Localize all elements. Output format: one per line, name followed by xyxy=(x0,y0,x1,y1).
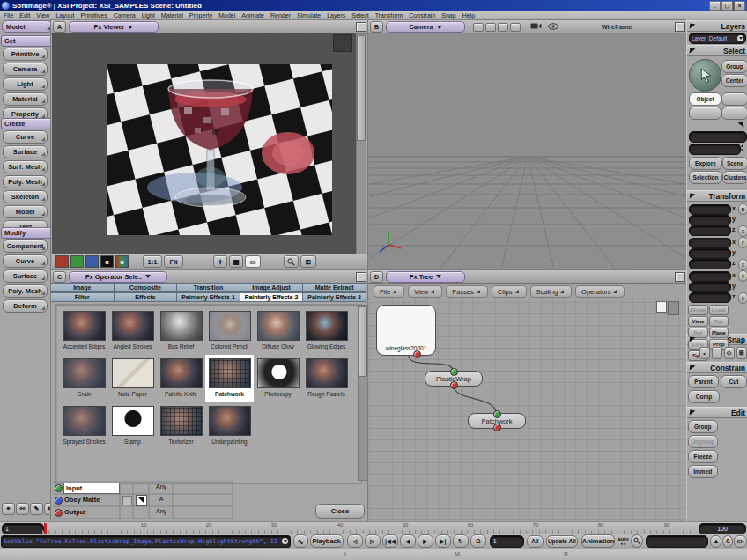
rotate-z-field[interactable] xyxy=(689,259,731,269)
constrain-comp-button[interactable]: Comp xyxy=(688,390,720,403)
filter-thumbnail[interactable]: Diffuse Glow xyxy=(254,307,302,355)
fx-tab[interactable]: Image Adjust xyxy=(240,283,304,292)
edit-button[interactable]: Ungroup xyxy=(688,435,718,448)
memo-cam-slot[interactable] xyxy=(498,23,508,32)
playback-button[interactable]: Playback xyxy=(310,534,344,548)
blue-channel-button[interactable] xyxy=(85,255,99,268)
filter-thumbnail[interactable]: Patchwork xyxy=(205,355,254,402)
node-input-port[interactable] xyxy=(450,368,458,376)
fit-button[interactable]: Fit xyxy=(164,255,183,268)
panel-d-maximize-icon[interactable] xyxy=(675,272,685,282)
toolbar-button[interactable]: Camera xyxy=(3,63,48,76)
menu-item[interactable]: Property xyxy=(189,12,212,18)
filter-thumbnail[interactable]: Texturizer xyxy=(157,402,205,450)
node-wineglass[interactable]: wineglass20001 xyxy=(376,305,436,356)
fx-tree-menu[interactable]: View xyxy=(408,285,442,298)
fx-tree-menu[interactable]: File xyxy=(374,285,404,298)
filter-thumbnail[interactable]: Glowing Edges xyxy=(302,307,351,355)
selection-text-field[interactable] xyxy=(689,131,747,143)
viewport-b-letter-button[interactable]: B xyxy=(370,21,383,33)
panel-d-letter-button[interactable]: D xyxy=(370,271,383,283)
pen-tool-icon[interactable]: ✎ xyxy=(30,503,43,515)
edit-button[interactable]: Group xyxy=(688,420,718,433)
toolbar-button[interactable]: Deform xyxy=(3,299,48,313)
object-button[interactable]: Object xyxy=(689,92,721,106)
viewport-b-maximize-icon[interactable] xyxy=(675,22,685,32)
transport-button[interactable]: Ω xyxy=(470,534,486,548)
memo-cam-slot[interactable] xyxy=(473,23,484,32)
filter-grid-vscrollbar-thumb[interactable] xyxy=(359,306,367,377)
panel-c-view-menu[interactable]: Fx Operator Sele.. xyxy=(69,271,167,283)
selection-filter-field[interactable] xyxy=(689,144,741,155)
grid-overlay-icon[interactable]: ▦ xyxy=(229,255,243,268)
node-output-port[interactable] xyxy=(493,424,501,431)
pan-view-icon[interactable]: ⊞ xyxy=(300,255,316,268)
display-mode-label[interactable]: Wireframe xyxy=(602,24,632,30)
input-field[interactable]: Input xyxy=(63,483,120,494)
menu-item[interactable]: Primitives xyxy=(80,12,107,18)
select-header[interactable]: Select xyxy=(687,45,747,56)
rotate-x-field[interactable] xyxy=(689,238,731,248)
menu-item[interactable]: View xyxy=(36,12,49,18)
transport-button[interactable]: ▶ xyxy=(418,534,433,548)
toolbar-button[interactable]: Curve xyxy=(3,130,48,144)
select-mode-slot[interactable] xyxy=(721,107,747,120)
viewport-a-view-menu[interactable]: Fx Viewer xyxy=(69,21,159,33)
auto-key-widget[interactable]: auto ◂ ▸ xyxy=(618,537,629,546)
green-channel-button[interactable] xyxy=(70,255,84,268)
transport-button[interactable]: ◀ xyxy=(400,534,416,548)
space-mode-button[interactable]: Plane xyxy=(709,328,729,338)
edit-header[interactable]: Edit xyxy=(687,407,747,418)
filter-thumbnail[interactable]: Palette Knife xyxy=(157,355,205,402)
grid-snap-icon[interactable]: ⊞ xyxy=(736,347,747,359)
toolbar-button[interactable]: Model xyxy=(3,205,48,218)
menu-item[interactable]: Transform xyxy=(375,12,403,18)
toolbar-button[interactable]: Primitive xyxy=(3,48,48,61)
fx-tab[interactable]: Painterly Effects 2 xyxy=(240,292,304,302)
zoom-1-1-button[interactable]: 1:1 xyxy=(143,255,162,268)
filter-thumbnail[interactable]: Colored Pencil xyxy=(205,307,254,355)
toolbar-button[interactable]: Curve xyxy=(3,254,48,268)
menu-item[interactable]: Camera xyxy=(114,12,136,18)
filter-thumbnail[interactable]: Underpainting xyxy=(205,402,254,450)
layers-header[interactable]: Layers xyxy=(687,20,747,32)
command-log-field[interactable]: SetValue "FxTree.FxTree.PlasticWrap_Imag… xyxy=(1,535,291,548)
menu-item[interactable]: Material xyxy=(161,12,183,18)
fx-tab[interactable]: Painterly Effects 1 xyxy=(177,292,240,302)
transport-button[interactable]: |◀◀ xyxy=(382,534,398,548)
filter-thumbnail[interactable]: Note Paper xyxy=(108,355,157,402)
animation-menu-button[interactable]: Animation xyxy=(581,534,615,548)
menu-item[interactable]: Edit xyxy=(19,12,30,18)
node-patchwork[interactable]: Patchwork xyxy=(468,413,526,429)
restore-button[interactable]: ❐ xyxy=(721,1,733,11)
viewport-a-letter-button[interactable]: A xyxy=(53,21,66,33)
select-mode-slot[interactable] xyxy=(689,107,721,120)
timeline-ruler[interactable]: 102030405060708090 xyxy=(42,522,696,534)
menu-item[interactable]: Render xyxy=(270,12,291,18)
filter-thumbnail[interactable]: Bas Relief xyxy=(157,307,205,355)
fx-tab[interactable]: Filter xyxy=(51,292,115,302)
select-mode-slot[interactable] xyxy=(721,92,747,106)
minimize-button[interactable]: _ xyxy=(709,1,721,11)
filter-thumbnail[interactable]: Sprayed Strokes xyxy=(60,402,108,450)
fx-tab[interactable]: Painterly Effects 3 xyxy=(303,292,366,302)
toolbar-button[interactable]: Component xyxy=(3,239,48,253)
center-button[interactable]: Center xyxy=(721,74,747,87)
selection-button[interactable]: Selection xyxy=(689,171,722,184)
graph-navigator[interactable] xyxy=(656,301,679,314)
camera-icon[interactable] xyxy=(530,22,542,32)
node-output-port[interactable] xyxy=(413,350,421,358)
transport-button[interactable]: ▷ xyxy=(365,534,381,548)
clusters-button[interactable]: Clusters xyxy=(722,171,747,184)
filter-thumbnail[interactable]: Rough Pastels xyxy=(302,355,351,402)
render-region-icon[interactable]: ▭ xyxy=(245,255,261,268)
transform-header[interactable]: Transform xyxy=(687,190,747,202)
panel-c-maximize-icon[interactable] xyxy=(356,272,366,282)
menu-item[interactable]: Constrain xyxy=(409,12,435,18)
transport-button[interactable]: ↻ xyxy=(453,534,469,548)
fx-tree-menu[interactable]: Scaling xyxy=(530,285,573,298)
memo-cam-slot[interactable] xyxy=(485,23,496,32)
edit-button[interactable]: Freeze xyxy=(688,450,718,463)
clear-button[interactable]: Clr xyxy=(734,535,747,548)
eye-icon[interactable] xyxy=(548,23,558,32)
